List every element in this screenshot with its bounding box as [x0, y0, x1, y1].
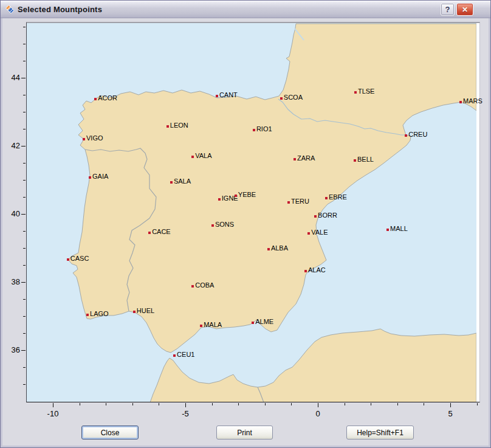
station-label: EBRE [329, 193, 347, 201]
titlebar-help-button[interactable]: ? [441, 3, 455, 16]
station-label: RIO1 [256, 125, 272, 133]
y-minor-tick [23, 316, 26, 317]
question-icon: ? [445, 5, 450, 14]
station-marker [235, 195, 237, 197]
close-button[interactable]: Close [81, 426, 139, 439]
station-marker [354, 91, 357, 94]
station-marker [267, 248, 270, 250]
station-marker [354, 159, 356, 162]
station-marker [287, 201, 290, 204]
x-minor-tick [291, 403, 292, 405]
station-label: VALE [311, 229, 328, 236]
y-major-tick [21, 78, 26, 78]
station-marker [252, 322, 254, 324]
station-marker [253, 129, 255, 131]
station-marker [211, 224, 214, 227]
station-marker [216, 95, 218, 97]
x-minor-tick [106, 403, 106, 405]
station-marker [148, 232, 151, 234]
station-label: ALBA [271, 244, 288, 252]
station-label: VIGO [86, 134, 103, 142]
station-label: MALA [204, 321, 222, 328]
y-minor-tick [23, 197, 26, 198]
x-major-tick [53, 403, 53, 407]
x-tick-label: 5 [437, 409, 464, 418]
station-marker [191, 285, 194, 288]
y-minor-tick [23, 384, 26, 385]
station-label: ALAC [308, 266, 326, 274]
x-major-tick [318, 403, 318, 407]
station-marker [94, 98, 97, 100]
x-minor-tick [477, 403, 478, 405]
station-label: CASC [70, 255, 89, 262]
x-minor-tick [371, 403, 371, 405]
y-minor-tick [23, 44, 26, 44]
station-label: SONS [215, 221, 234, 228]
y-minor-tick [23, 163, 26, 164]
station-label: CANT [219, 91, 238, 98]
station-marker [191, 156, 194, 158]
station-marker [173, 354, 176, 357]
station-marker [314, 215, 317, 218]
y-minor-tick [23, 112, 26, 112]
y-tick-label: 38 [2, 277, 20, 286]
y-major-tick [21, 214, 26, 215]
x-tick-label: -10 [39, 409, 66, 418]
station-marker [170, 181, 173, 184]
station-label: CREU [408, 131, 427, 138]
x-minor-tick [80, 403, 80, 405]
station-label: CEU1 [177, 351, 194, 358]
titlebar-close-button[interactable]: ✕ [456, 3, 473, 16]
station-label: ZARA [297, 154, 315, 162]
y-minor-tick [23, 95, 26, 95]
close-icon: ✕ [462, 5, 468, 14]
y-minor-tick [23, 129, 26, 129]
station-label: MARS [463, 97, 482, 105]
x-tick-label: -5 [172, 409, 199, 418]
help-shortcut-button[interactable]: Help=Shift+F1 [346, 426, 414, 439]
station-marker [86, 314, 89, 316]
x-major-tick [185, 403, 186, 407]
y-minor-tick [23, 299, 26, 300]
x-tick-label: 0 [304, 409, 331, 418]
station-marker [200, 325, 202, 327]
station-label: ALME [255, 318, 273, 325]
station-label: COBA [195, 281, 214, 289]
station-label: VALA [195, 152, 211, 159]
station-marker [405, 134, 407, 137]
print-button[interactable]: Print [216, 426, 273, 439]
station-label: TLSE [358, 88, 375, 95]
x-minor-tick [238, 403, 239, 405]
station-marker [133, 311, 136, 313]
station-label: LEON [170, 122, 188, 129]
window-title: Selected Mountpoints [18, 5, 102, 14]
station-marker [167, 125, 169, 128]
y-minor-tick [23, 231, 26, 232]
y-major-tick [21, 282, 26, 283]
x-minor-tick [265, 403, 266, 405]
y-tick-label: 44 [2, 73, 20, 82]
x-minor-tick [159, 403, 159, 405]
y-tick-label: 40 [2, 209, 20, 218]
station-marker [294, 158, 296, 160]
station-label: GAIA [92, 173, 108, 180]
x-major-tick [450, 403, 451, 407]
x-minor-tick [424, 403, 424, 405]
x-minor-tick [397, 403, 398, 405]
station-marker [459, 101, 462, 103]
y-minor-tick [23, 180, 26, 181]
station-label: LAGO [90, 310, 109, 317]
station-marker [67, 258, 69, 261]
x-minor-tick [132, 403, 133, 405]
titlebar[interactable]: Selected Mountpoints [1, 1, 490, 18]
station-marker [280, 97, 283, 100]
y-minor-tick [23, 333, 26, 334]
station-marker [89, 176, 91, 179]
x-minor-tick [212, 403, 213, 405]
station-marker [218, 198, 221, 201]
y-minor-tick [23, 27, 26, 27]
y-major-tick [21, 350, 26, 351]
app-icon [5, 4, 15, 14]
y-tick-label: 42 [2, 141, 20, 150]
x-minor-tick [345, 403, 345, 405]
